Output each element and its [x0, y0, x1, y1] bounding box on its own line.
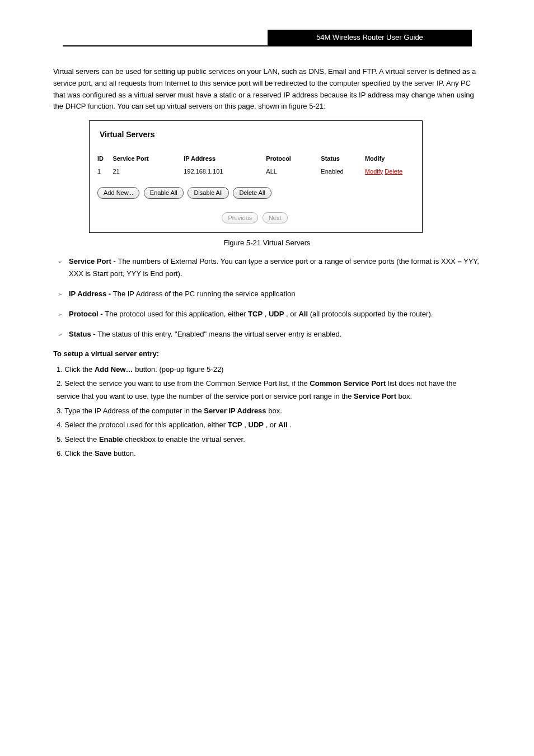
bullet-label: Protocol - [69, 310, 105, 318]
protocol-udp: UDP [269, 310, 284, 318]
cell-service-port: 21 [113, 167, 184, 184]
dash: – [457, 257, 461, 265]
header-rule [63, 45, 472, 46]
th-ip-address: IP Address [184, 154, 266, 167]
steps-lead-label: To setup a virtual server entry: [53, 349, 159, 358]
th-service-port: Service Port [113, 154, 184, 167]
bullet-ip-address: ➢ IP Address - The IP Address of the PC … [58, 288, 481, 300]
bullet-text: The protocol used for this application, … [105, 310, 248, 318]
step-6: 6. Click the Save button. [57, 447, 481, 460]
bullet-marker-icon: ➢ [58, 255, 69, 280]
intro-paragraph: Virtual servers can be used for setting … [53, 66, 481, 113]
th-modify: Modify [365, 154, 414, 167]
step-3: 3. Type the IP Address of the computer i… [57, 404, 481, 417]
bullet-service-port: ➢ Service Port - The numbers of External… [58, 255, 481, 280]
action-button-row: Add New... Enable All Disable All Delete… [97, 187, 414, 199]
header-black-bar: 54M Wireless Router User Guide [268, 30, 472, 45]
figure-title: Virtual Servers [97, 129, 414, 141]
delete-all-button[interactable]: Delete All [233, 187, 271, 199]
th-id: ID [97, 154, 113, 167]
th-protocol: Protocol [266, 154, 321, 167]
table-row: 1 21 192.168.1.101 ALL Enabled Modify De… [97, 167, 414, 184]
enable-all-button[interactable]: Enable All [144, 187, 184, 199]
protocol-tcp: TCP [248, 310, 263, 318]
previous-button: Previous [222, 212, 258, 224]
modify-link[interactable]: Modify [365, 168, 383, 175]
next-button: Next [263, 212, 288, 224]
cell-ip-address: 192.168.1.101 [184, 167, 266, 184]
bullet-list: ➢ Service Port - The numbers of External… [58, 255, 481, 340]
bullet-marker-icon: ➢ [58, 308, 69, 320]
step-1: 1. Click the Add New… button. (pop-up fi… [57, 363, 481, 376]
cell-status: Enabled [321, 167, 365, 184]
protocol-all: All [298, 310, 308, 318]
bullet-label: Status - [69, 330, 97, 338]
bullet-label: Service Port - [69, 257, 118, 265]
header-title: 54M Wireless Router User Guide [316, 32, 423, 43]
pagination-button-row: Previous Next [97, 212, 414, 224]
step-4: 4. Select the protocol used for this app… [57, 418, 481, 431]
delete-link[interactable]: Delete [385, 168, 402, 175]
bullet-text: The numbers of External Ports. You can t… [118, 257, 457, 265]
bullet-label: IP Address - [69, 290, 113, 298]
bullet-marker-icon: ➢ [58, 288, 69, 300]
table-header-row: ID Service Port IP Address Protocol Stat… [97, 154, 414, 167]
bullet-marker-icon: ➢ [58, 328, 69, 340]
disable-all-button[interactable]: Disable All [188, 187, 228, 199]
bullet-text: The IP Address of the PC running the ser… [113, 290, 296, 298]
virtual-servers-table: ID Service Port IP Address Protocol Stat… [97, 154, 414, 184]
add-new-button[interactable]: Add New... [97, 187, 139, 199]
steps-list: 1. Click the Add New… button. (pop-up fi… [57, 363, 481, 460]
cell-protocol: ALL [266, 167, 321, 184]
cell-id: 1 [97, 167, 113, 184]
step-5: 5. Select the Enable checkbox to enable … [57, 433, 481, 446]
bullet-protocol: ➢ Protocol - The protocol used for this … [58, 308, 481, 320]
bullet-text: The status of this entry. "Enabled" mean… [97, 330, 341, 338]
virtual-servers-figure: Virtual Servers ID Service Port IP Addre… [89, 120, 423, 233]
figure-caption: Figure 5-21 Virtual Servers [53, 237, 481, 249]
step-2: 2. Select the service you want to use fr… [57, 377, 481, 403]
steps-lead: To setup a virtual server entry: [53, 348, 481, 360]
cell-modify: Modify Delete [365, 167, 414, 184]
bullet-status: ➢ Status - The status of this entry. "En… [58, 328, 481, 340]
bullet-text: (all protocols supported by the router). [310, 310, 433, 318]
th-status: Status [321, 154, 365, 167]
